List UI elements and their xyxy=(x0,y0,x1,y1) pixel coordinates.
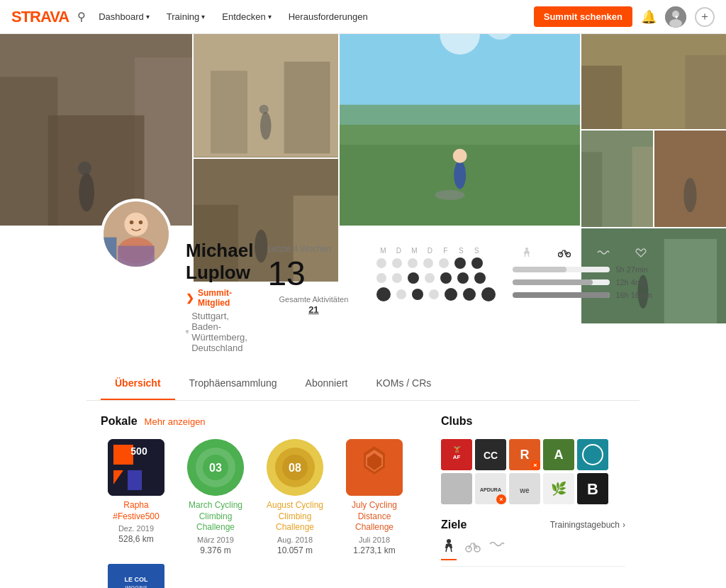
profile-avatar xyxy=(101,199,172,270)
rapha-date: Dez. 2019 xyxy=(101,524,172,533)
july-value: 1.273,1 km xyxy=(339,545,410,555)
dot-filled-lg xyxy=(445,288,457,301)
club-leaf[interactable]: 🌿 xyxy=(543,473,574,504)
club-b[interactable]: B xyxy=(577,473,608,504)
ziele-run-icon[interactable] xyxy=(441,538,457,560)
svg-text:we: we xyxy=(519,487,530,494)
sport-icons-row xyxy=(513,247,654,258)
svg-text:B: B xyxy=(587,480,598,498)
club-remove-icon[interactable]: × xyxy=(530,460,540,470)
total-activities-count: 21 xyxy=(267,304,359,315)
svg-point-14 xyxy=(259,105,269,114)
bar-time-1: 5h 27min xyxy=(615,265,654,274)
tab-abonniert[interactable]: Abonniert xyxy=(291,367,362,400)
trainingstagebuch-link[interactable]: Trainingstagebuch › xyxy=(550,520,625,530)
rapha-value: 528,6 km xyxy=(101,534,172,544)
nav-entdecken[interactable]: Entdecken ▾ xyxy=(215,7,278,26)
ziele-swim-icon[interactable] xyxy=(489,538,505,560)
ziele-bike-icon[interactable] xyxy=(465,538,481,560)
bell-icon[interactable]: 🔔 xyxy=(641,9,657,25)
march-date: März 2019 xyxy=(180,536,251,544)
dot-filled xyxy=(454,257,466,269)
club-we[interactable]: we xyxy=(509,473,540,504)
cover-photo-col2 xyxy=(194,34,338,226)
august-date: Aug. 2018 xyxy=(259,536,330,544)
august-value: 10.057 m xyxy=(259,545,330,555)
tab-trophaen[interactable]: Trophäensammlung xyxy=(175,367,291,400)
club-grey[interactable] xyxy=(441,473,472,504)
nav-challenges[interactable]: Herausforderungen xyxy=(281,7,375,26)
sport-bar-row-2: 12h 4min xyxy=(513,278,654,287)
summit-button[interactable]: Summit schenken xyxy=(534,6,632,27)
ziele-sport-icons xyxy=(441,538,625,567)
march-title: March Cycling Climbing Challenge xyxy=(180,500,251,533)
svg-point-42 xyxy=(139,221,143,225)
pokale-item-august: 08 August Cycling Climbing Challenge Aug… xyxy=(259,439,330,555)
add-activity-button[interactable]: ＋ xyxy=(695,7,715,27)
sport-bar-row-1: 5h 27min xyxy=(513,265,654,274)
nav-dashboard[interactable]: Dashboard ▾ xyxy=(91,7,157,26)
nav-training[interactable]: Training ▾ xyxy=(160,7,212,26)
total-activities-label: Gesamte Aktivitäten xyxy=(267,295,359,304)
dot xyxy=(396,289,406,299)
svg-text:R: R xyxy=(520,448,530,462)
nav-links: Dashboard ▾ Training ▾ Entdecken ▾ Herau… xyxy=(91,7,375,26)
svg-rect-82 xyxy=(441,473,472,504)
club-remove-apdura[interactable]: × xyxy=(496,494,506,504)
svg-text:APDURA: APDURA xyxy=(480,487,501,492)
svg-point-45 xyxy=(186,331,188,332)
club-alpe[interactable]: A xyxy=(543,439,574,470)
pokale-item-rapha: 500 Rapha #Festive500 Dez. 2019 528,6 km xyxy=(101,439,172,555)
svg-point-41 xyxy=(130,221,134,225)
bar-time-2: 12h 4min xyxy=(615,278,654,287)
period-label: Letzte 4 Wochen xyxy=(267,244,359,254)
club-apdura[interactable]: APDURA × xyxy=(475,473,506,504)
july-badge xyxy=(346,439,403,496)
svg-point-46 xyxy=(525,248,528,250)
pokale-item-july: July Cycling Distance Challenge Juli 201… xyxy=(339,439,410,555)
clubs-title: Clubs xyxy=(441,415,625,428)
content-right: Clubs AF🏋 CC R × A xyxy=(441,415,625,588)
profile-location: Stuttgart, Baden-Württemberg, Deutschlan… xyxy=(186,311,253,353)
club-r[interactable]: R × xyxy=(509,439,540,470)
search-icon[interactable]: ⚲ xyxy=(77,10,86,23)
pokale-section-title: Pokale Mehr anzeigen xyxy=(101,415,424,428)
svg-text:CC: CC xyxy=(484,450,498,461)
activity-count-section: Letzte 4 Wochen 13 Gesamte Aktivitäten 2… xyxy=(267,244,359,315)
dot-filled xyxy=(474,272,486,284)
dot-filled-lg xyxy=(463,288,476,301)
club-cc[interactable]: CC xyxy=(475,439,506,470)
svg-rect-31 xyxy=(581,152,602,227)
svg-point-8 xyxy=(78,162,91,175)
svg-rect-36 xyxy=(664,239,717,323)
dot xyxy=(376,258,386,268)
august-title: August Cycling Climbing Challenge xyxy=(259,500,330,533)
dot-filled-xl xyxy=(376,287,391,301)
svg-rect-43 xyxy=(118,246,155,267)
tab-koms[interactable]: KOMs / CRs xyxy=(362,367,446,400)
club-fitness[interactable]: AF🏋 xyxy=(441,439,472,470)
stats-area: Letzte 4 Wochen 13 Gesamte Aktivitäten 2… xyxy=(267,234,654,315)
dot-filled xyxy=(412,289,423,300)
profile-wrapper: Michael Luplow ❯ Summit-Mitglied Stuttga… xyxy=(0,226,726,401)
july-title: July Cycling Distance Challenge xyxy=(339,500,410,533)
dot-filled xyxy=(440,272,452,284)
dot-filled xyxy=(408,272,419,284)
svg-point-26 xyxy=(435,190,464,200)
tabs: Übersicht Trophäensammlung Abonniert KOM… xyxy=(101,367,625,400)
dot xyxy=(423,258,433,268)
cover-photo-col4 xyxy=(581,34,726,226)
user-avatar-nav[interactable]: ▾ xyxy=(665,6,686,28)
cover-photo-1 xyxy=(0,34,192,226)
svg-text:LE COL: LE COL xyxy=(125,576,149,583)
pokale-more-link[interactable]: Mehr anzeigen xyxy=(145,416,206,427)
svg-rect-11 xyxy=(211,71,248,154)
tab-ubersicht[interactable]: Übersicht xyxy=(101,367,175,400)
svg-rect-12 xyxy=(284,62,330,153)
club-5[interactable] xyxy=(577,439,608,470)
svg-rect-80 xyxy=(577,439,608,470)
svg-point-25 xyxy=(453,149,467,163)
svg-point-7 xyxy=(79,173,94,211)
svg-rect-21 xyxy=(340,105,580,145)
activity-dot-grid: M D M D F S S xyxy=(376,244,496,301)
